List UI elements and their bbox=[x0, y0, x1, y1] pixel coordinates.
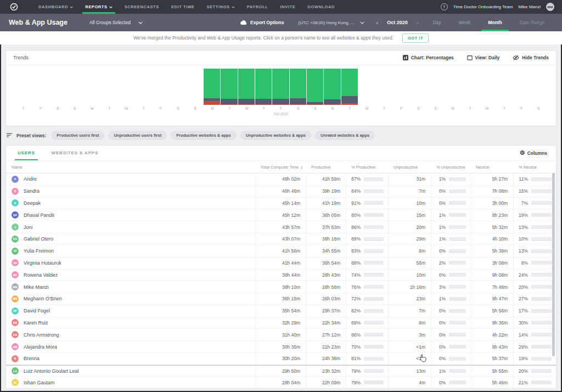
user-name[interactable]: David Fogel bbox=[24, 308, 50, 313]
table-row[interactable]: MM Mike Manzi 38h 10m 28h 58m 76% 1h 16m… bbox=[6, 281, 556, 293]
user-name[interactable]: Deepak bbox=[24, 200, 41, 206]
user-name[interactable]: Luiz Antonio Goulart Leal bbox=[24, 368, 79, 374]
table-row[interactable]: MO Meghann O'Brien 36h 15m 26h 03m 72% 2… bbox=[6, 293, 556, 305]
trend-bar-day-14[interactable] bbox=[238, 69, 255, 105]
table-row[interactable]: LA Luiz Antonio Goulart Leal 29h 50m 23h… bbox=[6, 365, 556, 377]
nav-item-download[interactable]: DOWNLOAD bbox=[301, 0, 341, 14]
user-name[interactable]: Dhaval Pandit bbox=[24, 212, 54, 218]
nav-item-settings[interactable]: SETTINGS bbox=[200, 0, 240, 14]
nav-item-dashboard[interactable]: DASHBOARD bbox=[32, 0, 79, 14]
table-row[interactable]: IG Ishan Gautam 28h 04m 22h 09m 79% 4m 0… bbox=[6, 377, 556, 389]
range-tab-month[interactable]: Month bbox=[479, 14, 511, 31]
table-row[interactable]: RV Rowena Valdez 38h 44m 28h 43m 74% 10m… bbox=[6, 269, 556, 281]
preset-chip-productive-websites-apps[interactable]: Productive websites & apps bbox=[171, 131, 237, 140]
team-name[interactable]: Time Doctor Onboarding Team bbox=[453, 4, 513, 9]
user-name[interactable]: Meghann O'Brien bbox=[24, 296, 62, 301]
trend-bar-day-20[interactable] bbox=[341, 69, 358, 105]
trends-control-bar-chart[interactable]: Chart: Percentages bbox=[403, 55, 454, 60]
preset-chip-unproductive-users-first[interactable]: Unproductive users first bbox=[108, 131, 167, 140]
table-row[interactable]: A Andre 48h 02m 41h 59m 87% 31m 1% 5h 27… bbox=[6, 173, 556, 186]
help-icon[interactable]: ? bbox=[441, 3, 448, 10]
user-name[interactable]: Mike Manzi bbox=[24, 284, 49, 290]
column-header-name[interactable]: Name bbox=[6, 161, 255, 173]
trend-bar-day-15[interactable] bbox=[255, 69, 272, 105]
range-tab-week[interactable]: Week bbox=[450, 14, 480, 31]
got-it-button[interactable]: GOT IT bbox=[402, 33, 429, 43]
unproductive-bar bbox=[449, 333, 466, 337]
preset-chip-unrated-websites-apps[interactable]: Unrated websites & apps bbox=[315, 131, 375, 140]
group-selector[interactable]: All Groups Selected bbox=[89, 14, 143, 31]
trend-bar-day-16[interactable] bbox=[272, 69, 289, 105]
scrollbar-thumb[interactable] bbox=[552, 173, 555, 356]
preset-chip-productive-users-first[interactable]: Productive users first bbox=[51, 131, 104, 140]
trend-bar-day-18[interactable] bbox=[307, 69, 323, 105]
avatar: LA bbox=[12, 367, 19, 374]
user-name[interactable]: Rowena Valdez bbox=[24, 272, 58, 278]
time-doctor-logo[interactable] bbox=[10, 0, 18, 14]
neutral-percent: 7% bbox=[513, 198, 556, 209]
user-name[interactable]: Sandra bbox=[24, 188, 40, 194]
preset-chip-unproductive-websites-apps[interactable]: Unproductive websites & apps bbox=[240, 131, 311, 140]
tab-websites-apps[interactable]: WEBSITES & APPS bbox=[43, 145, 107, 160]
unproductive-time: <1m bbox=[388, 341, 431, 352]
trends-control-calendar[interactable]: View: Daily bbox=[467, 55, 500, 60]
user-name[interactable]: Andre bbox=[24, 176, 37, 182]
user-name[interactable]: Brenna bbox=[24, 356, 40, 361]
avatar: J bbox=[12, 223, 19, 231]
table-row[interactable]: CA Chris Armstrong 31h 40m 27h 12m 86% 3… bbox=[6, 329, 556, 341]
user-name[interactable]: Joni bbox=[24, 225, 33, 230]
range-tab-date-range[interactable]: Date Range bbox=[511, 14, 553, 31]
table-row[interactable]: D Deepak 45h 14m 41h 19m 91% 10m 0% 3h 0… bbox=[6, 198, 556, 210]
user-name[interactable]: Yulia Freimon bbox=[24, 248, 54, 254]
total-computer-time: 32h 29m bbox=[255, 317, 306, 329]
user-name[interactable]: Ishan Gautam bbox=[24, 380, 55, 385]
timezone-selector[interactable]: (UTC +08:00) Hong Kong, ... bbox=[291, 14, 370, 31]
user-name[interactable]: Chris Armstrong bbox=[24, 332, 59, 338]
table-row[interactable]: YF Yulia Freimon 41h 56m 34h 55m 83% 6m … bbox=[6, 245, 556, 257]
table-row[interactable]: AM Alejandra Mora 30h 35m 21h 23m 70% <1… bbox=[6, 341, 556, 353]
productive-time: 22h 09m bbox=[306, 377, 346, 389]
column-header--unproductive[interactable]: % Unproductive bbox=[431, 161, 470, 173]
column-header-productive[interactable]: Productive bbox=[306, 161, 346, 173]
trend-bar-day-19[interactable] bbox=[324, 69, 340, 105]
table-row[interactable]: KR Karen Ruiz 32h 29m 22h 34m 69% 8m 0% … bbox=[6, 317, 556, 329]
tab-users[interactable]: USERS bbox=[9, 145, 43, 160]
table-row[interactable]: GO Gabriel Otero 43h 07m 38h 18m 89% 29m… bbox=[6, 233, 556, 245]
nav-item-edit-time[interactable]: EDIT TIME bbox=[165, 0, 200, 14]
export-options-button[interactable]: Export Options bbox=[232, 14, 291, 31]
nav-item-invite[interactable]: INVITE bbox=[274, 0, 302, 14]
avatar: A bbox=[12, 176, 19, 183]
user-name[interactable]: Gabriel Otero bbox=[24, 236, 53, 242]
nav-item-reports[interactable]: REPORTS bbox=[79, 0, 118, 14]
table-row[interactable]: J Joni 43h 57m 37h 53m 86% 20m 1% 5h 32m… bbox=[6, 221, 556, 233]
column-header--productive[interactable]: % Productive bbox=[346, 161, 388, 173]
range-tab-day[interactable]: Day bbox=[424, 14, 449, 31]
table-row[interactable]: DP Dhaval Pandit 45h 12m 36h 05m 80% 15m… bbox=[6, 209, 556, 221]
next-period-button[interactable]: › bbox=[411, 14, 424, 31]
user-name[interactable]: Alejandra Mora bbox=[24, 344, 57, 350]
trend-bar-day-17[interactable] bbox=[290, 69, 306, 105]
prev-period-button[interactable]: ‹ bbox=[371, 14, 384, 31]
column-header-unproductive[interactable]: Unproductive bbox=[388, 161, 431, 173]
columns-button[interactable]: ⚙ Columns bbox=[514, 145, 553, 160]
total-computer-time: 29h 50m bbox=[255, 366, 306, 377]
column-header-total-computer-time[interactable]: Total Computer Time↓ bbox=[255, 161, 306, 173]
user-avatar[interactable]: MM bbox=[546, 3, 554, 11]
current-user-name[interactable]: Mike Manzi bbox=[519, 4, 541, 9]
table-row[interactable]: DF David Fogel 35h 54m 29h 37m 82% 7m 0%… bbox=[6, 305, 556, 317]
table-row[interactable]: S Sandra 46h 46m 39h 19m 84% 7m 0% 7h 08… bbox=[6, 186, 556, 198]
nav-item-screencasts[interactable]: SCREENCASTS bbox=[119, 0, 165, 14]
table-row[interactable]: B Brenna 30h 20m 24h 38m 81% <1m 0% 5h 3… bbox=[6, 353, 556, 365]
column-header-neutral[interactable]: Neutral bbox=[470, 161, 513, 173]
trend-bar-day-13[interactable] bbox=[221, 69, 237, 105]
user-name[interactable]: Karen Ruiz bbox=[24, 320, 48, 326]
table-row[interactable]: VH Virginia Hutauruk 41h 44m 36h 54m 88%… bbox=[6, 257, 556, 270]
neutral-percent: 29% bbox=[513, 341, 556, 352]
column-header--neutral[interactable]: % Neutral bbox=[513, 161, 556, 173]
user-name[interactable]: Virginia Hutauruk bbox=[24, 260, 61, 266]
x-tick-label: W bbox=[238, 107, 255, 110]
nav-item-payroll[interactable]: PAYROLL bbox=[241, 0, 274, 14]
table-scrollbar[interactable] bbox=[552, 173, 555, 386]
trend-bar-day-12[interactable] bbox=[204, 69, 220, 105]
trends-control-eye-off[interactable]: Hide Trends bbox=[513, 55, 549, 60]
